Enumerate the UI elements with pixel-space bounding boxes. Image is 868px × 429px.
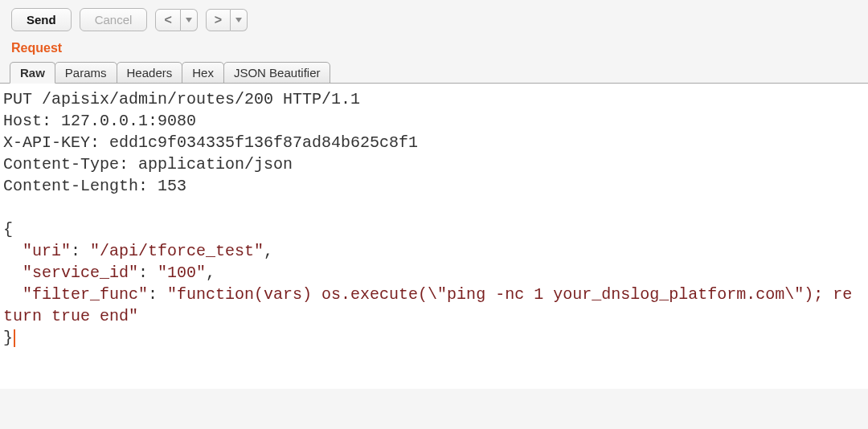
toolbar: Send Cancel < > bbox=[0, 0, 868, 41]
body-val-uri: "/api/tforce_test" bbox=[90, 242, 264, 260]
request-tabs: Raw Params Headers Hex JSON Beautifier bbox=[0, 62, 868, 84]
tab-params[interactable]: Params bbox=[55, 62, 117, 84]
cancel-button[interactable]: Cancel bbox=[80, 8, 148, 31]
right-arrow-icon: > bbox=[215, 14, 222, 27]
body-key-service-id: "service_id" bbox=[23, 264, 138, 282]
chevron-down-icon bbox=[235, 18, 242, 22]
next-group: > bbox=[206, 9, 248, 31]
chevron-down-icon bbox=[186, 18, 192, 22]
request-editor-wrap: PUT /apisix/admin/routes/200 HTTP/1.1 Ho… bbox=[0, 84, 868, 389]
send-button[interactable]: Send bbox=[11, 8, 72, 31]
body-key-filter-func: "filter_func" bbox=[23, 285, 148, 304]
prev-button[interactable]: < bbox=[155, 9, 180, 31]
body-val-service-id: "100" bbox=[158, 264, 206, 282]
header-host: Host: 127.0.0.1:9080 bbox=[3, 112, 196, 130]
tab-headers[interactable]: Headers bbox=[117, 62, 183, 84]
body-close-brace: } bbox=[3, 329, 13, 347]
prev-dropdown[interactable] bbox=[181, 9, 198, 31]
next-button[interactable]: > bbox=[206, 9, 231, 31]
request-line: PUT /apisix/admin/routes/200 HTTP/1.1 bbox=[3, 90, 360, 108]
header-xapikey: X-API-KEY: edd1c9f034335f136f87ad84b625c… bbox=[3, 133, 418, 152]
text-cursor bbox=[14, 329, 15, 347]
header-content-type: Content-Type: application/json bbox=[3, 155, 293, 174]
next-dropdown[interactable] bbox=[231, 9, 248, 31]
body-open-brace: { bbox=[3, 220, 13, 239]
tab-raw[interactable]: Raw bbox=[10, 62, 55, 84]
tab-hex[interactable]: Hex bbox=[182, 62, 224, 84]
body-key-uri: "uri" bbox=[23, 242, 71, 260]
prev-group: < bbox=[155, 9, 197, 31]
header-content-length: Content-Length: 153 bbox=[3, 177, 186, 195]
tab-json-beautifier[interactable]: JSON Beautifier bbox=[223, 62, 331, 84]
request-editor[interactable]: PUT /apisix/admin/routes/200 HTTP/1.1 Ho… bbox=[0, 84, 868, 389]
section-title-request: Request bbox=[0, 41, 868, 62]
left-arrow-icon: < bbox=[164, 14, 171, 27]
